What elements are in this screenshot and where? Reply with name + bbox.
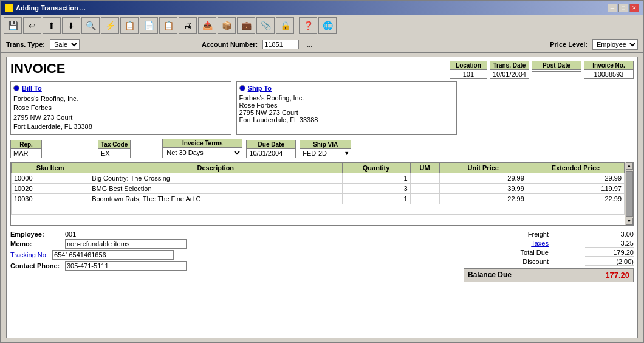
- app-icon: [5, 4, 13, 12]
- bottom-left: Employee: 001 Memo: Tracking No.: Contac…: [10, 228, 464, 282]
- table-row-empty[interactable]: [12, 204, 625, 214]
- flash-button[interactable]: ⚡: [101, 17, 119, 34]
- content-area: INVOICE Location 101 Trans. Date 10/01/2…: [1, 53, 643, 342]
- taxes-label[interactable]: Taxes: [464, 240, 549, 248]
- location-value[interactable]: 101: [450, 70, 487, 78]
- export-button[interactable]: 📤: [198, 17, 216, 34]
- trans-date-value[interactable]: 10/01/2004: [490, 70, 529, 78]
- total-due-label: Total Due: [464, 249, 549, 257]
- scroll-down-arrow[interactable]: ▼: [626, 218, 633, 225]
- employee-value: 001: [65, 230, 76, 238]
- scroll-thumb[interactable]: [626, 171, 633, 217]
- contact-label: Contact Phone:: [10, 262, 65, 269]
- rep-label: Rep.: [11, 140, 41, 149]
- scroll-up-arrow[interactable]: ▲: [626, 162, 633, 170]
- qty-cell: 1: [342, 193, 410, 204]
- lock-button[interactable]: 🔒: [276, 17, 294, 34]
- close-button[interactable]: ✕: [629, 4, 639, 12]
- tax-code-box: Tax Code EX: [98, 140, 131, 158]
- ship-to-header: Ship To: [248, 85, 272, 92]
- bottom-right: Freight 3.00 Taxes 3.25 Total Due 179.20…: [464, 228, 634, 282]
- bill-line-3: 2795 NW 273 Court: [13, 113, 228, 122]
- col-qty: Quantity: [342, 162, 410, 173]
- desc-cell: BMG Best Selection: [89, 183, 342, 193]
- due-date-value[interactable]: 10/31/2004: [247, 149, 295, 158]
- invoice-no-value[interactable]: 10088593: [584, 70, 633, 78]
- package-button[interactable]: 📦: [218, 17, 236, 34]
- up-button[interactable]: ⬆: [43, 17, 61, 34]
- briefcase-button[interactable]: 💼: [237, 17, 255, 34]
- copy-button[interactable]: 📋: [120, 17, 139, 34]
- trans-date-box: Trans. Date 10/01/2004: [490, 61, 529, 79]
- sku-cell: 10020: [12, 183, 89, 193]
- form-bar: Trans. Type: Sale Account Number: ... Pr…: [1, 36, 643, 53]
- ship-to-radio[interactable]: [239, 85, 245, 91]
- bill-to-radio[interactable]: [13, 85, 19, 91]
- web-button[interactable]: 🌐: [318, 17, 337, 34]
- account-number-label: Account Number:: [202, 41, 258, 48]
- contact-input[interactable]: [65, 261, 187, 271]
- um-cell: [410, 183, 439, 193]
- main-window: Adding Transaction ... ─ □ ✕ 💾 ↩ ⬆ ⬇ 🔍 ⚡…: [0, 0, 644, 343]
- toolbar: 💾 ↩ ⬆ ⬇ 🔍 ⚡ 📋 📄 📋 🖨 📤 📦 💼 📎 🔒 ❓ 🌐: [1, 15, 643, 36]
- freight-value: 3.00: [585, 230, 634, 238]
- um-cell: [410, 193, 439, 204]
- price-level-select[interactable]: Employee: [592, 39, 638, 50]
- table-row[interactable]: 10020 BMG Best Selection 3 39.99 119.97: [12, 183, 625, 193]
- post-date-value[interactable]: [532, 70, 581, 71]
- balance-due-value: 177.20: [605, 271, 629, 280]
- trans-date-label: Trans. Date: [490, 61, 529, 70]
- tracking-label[interactable]: Tracking No.:: [10, 251, 50, 258]
- minimize-button[interactable]: ─: [608, 4, 617, 12]
- desc-cell: Boomtown Rats, The: The Fine Art C: [89, 193, 342, 204]
- col-desc: Description: [89, 162, 342, 173]
- ship-line-3: 2795 NW 273 Court: [239, 109, 454, 116]
- print-button[interactable]: 🖨: [179, 17, 197, 34]
- bill-line-1: Forbes's Roofing, Inc.: [13, 94, 228, 103]
- sku-cell: 10000: [12, 173, 89, 183]
- invoice-no-label: Invoice No.: [584, 61, 633, 70]
- new-button[interactable]: 📄: [140, 17, 158, 34]
- window-title: Adding Transaction ...: [16, 4, 86, 12]
- location-box: Location 101: [450, 61, 487, 79]
- search-button[interactable]: 🔍: [81, 17, 100, 34]
- rep-box: Rep. MAR: [10, 140, 42, 158]
- paste-button[interactable]: 📋: [159, 17, 177, 34]
- qty-cell: 1: [342, 173, 410, 183]
- ext-price-cell: 22.99: [527, 193, 624, 204]
- bill-to-box: Bill To Forbes's Roofing, Inc. Rose Forb…: [10, 81, 231, 135]
- invoice-terms-select[interactable]: Net 30 Days: [163, 148, 242, 158]
- ship-line-1: Forbes's Roofing, Inc.: [239, 94, 454, 102]
- employee-label: Employee:: [10, 230, 65, 238]
- table-row[interactable]: 10030 Boomtown Rats, The: The Fine Art C…: [12, 193, 625, 204]
- ship-via-label: Ship VIA: [300, 140, 351, 149]
- trans-type-label: Trans. Type:: [6, 41, 45, 48]
- bill-line-4: Fort Lauderdale, FL 33388: [13, 122, 228, 131]
- tax-code-value[interactable]: EX: [98, 149, 130, 158]
- col-ext-price: Extended Price: [527, 162, 624, 173]
- post-date-label: Post Date: [532, 61, 581, 70]
- undo-button[interactable]: ↩: [23, 17, 41, 34]
- col-sku: Sku Item: [12, 162, 89, 173]
- memo-label: Memo:: [10, 240, 65, 248]
- rep-value[interactable]: MAR: [11, 149, 41, 158]
- help-button[interactable]: ❓: [299, 17, 317, 34]
- memo-input[interactable]: [65, 239, 187, 249]
- balance-due-row: Balance Due 177.20: [464, 268, 634, 282]
- post-date-box: Post Date: [532, 61, 581, 72]
- line-items-table-wrapper: Sku Item Description Quantity UM Unit Pr…: [10, 162, 634, 226]
- attach-button[interactable]: 📎: [256, 17, 275, 34]
- trans-type-select[interactable]: Sale: [50, 39, 80, 50]
- tax-code-label: Tax Code: [98, 140, 130, 149]
- ship-line-4: Fort Lauderdale, FL 33388: [239, 116, 454, 123]
- invoice-container: INVOICE Location 101 Trans. Date 10/01/2…: [6, 57, 638, 338]
- save-button[interactable]: 💾: [4, 17, 22, 34]
- tracking-input[interactable]: [52, 250, 174, 260]
- maximize-button[interactable]: □: [618, 4, 628, 12]
- down-button[interactable]: ⬇: [62, 17, 80, 34]
- account-number-input[interactable]: [262, 40, 299, 49]
- browse-button[interactable]: ...: [304, 40, 315, 49]
- ship-via-value[interactable]: FED-2D: [300, 149, 343, 158]
- table-scrollbar[interactable]: ▲ ▼: [625, 162, 633, 225]
- table-row[interactable]: 10000 Big Country: The Crossing 1 29.99 …: [12, 173, 625, 183]
